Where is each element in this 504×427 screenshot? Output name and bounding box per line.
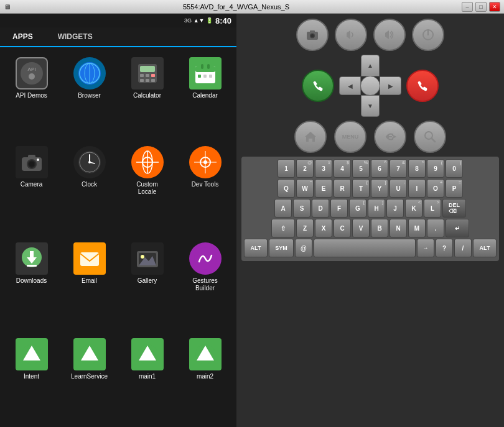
app-item-downloads[interactable]: Downloads [2, 237, 60, 334]
svg-line-72 [432, 139, 436, 142]
key-t[interactable]: T{ [352, 179, 370, 198]
key-8[interactable]: 8* [408, 159, 426, 178]
dpad-right-button[interactable]: ▶ [380, 76, 401, 95]
key-c[interactable]: C [334, 219, 351, 237]
call-button[interactable] [302, 70, 334, 102]
key-at[interactable]: @ [295, 239, 312, 257]
main-content: 3G ▲▼ 🔋 8:40 APPS WIDGETS API API Demos [0, 14, 504, 427]
key-a[interactable]: A [274, 199, 292, 218]
key-y[interactable]: Y} [371, 179, 388, 198]
search-button[interactable] [414, 121, 446, 153]
key-w[interactable]: W" [296, 179, 314, 198]
app-icon-browser [73, 57, 106, 90]
key-e[interactable]: E [315, 179, 332, 198]
app-item-custom-locale[interactable]: CustomLocale [118, 141, 176, 237]
key-l[interactable]: L> [424, 199, 441, 218]
key-enter[interactable]: ↵ [446, 219, 469, 237]
app-icon-main1 [131, 338, 164, 370]
svg-point-27 [37, 158, 39, 161]
app-item-dev-tools[interactable]: Dev Tools [176, 141, 234, 237]
key-7[interactable]: 7& [390, 159, 407, 178]
app-item-calculator[interactable]: Calculator [118, 52, 176, 141]
key-h[interactable]: H] [368, 199, 385, 218]
key-m[interactable]: M [408, 219, 426, 237]
app-item-api-demos[interactable]: API API Demos [2, 52, 60, 141]
svg-rect-21 [209, 75, 212, 78]
app-item-camera[interactable]: Camera [2, 141, 60, 237]
app-item-intent[interactable]: Intent [2, 333, 60, 422]
close-button[interactable]: ✕ [489, 2, 500, 12]
key-space[interactable] [314, 239, 416, 257]
key-o[interactable]: O+ [427, 179, 444, 198]
key-alt-left[interactable]: ALT [244, 239, 268, 257]
app-label: Calculator [133, 92, 161, 99]
key-delete[interactable]: DEL⌫ [442, 199, 466, 218]
home-button[interactable] [294, 121, 327, 153]
key-z[interactable]: Z [296, 219, 314, 237]
key-3[interactable]: 3# [315, 159, 332, 178]
key-u[interactable]: U- [390, 179, 407, 198]
app-item-main2[interactable]: main2 [176, 333, 234, 422]
key-0[interactable]: 0) [446, 159, 463, 178]
maximize-button[interactable]: □ [475, 2, 487, 12]
key-4[interactable]: 4$ [334, 159, 351, 178]
key-k[interactable]: K< [405, 199, 422, 218]
app-item-calendar[interactable]: Calendar [176, 52, 234, 141]
key-alt-right[interactable]: ALT [473, 239, 497, 257]
dpad-left-button[interactable]: ◀ [339, 76, 361, 95]
power-button[interactable] [412, 19, 444, 51]
app-label: main2 [197, 373, 213, 380]
key-2[interactable]: 2@ [296, 159, 314, 178]
app-item-browser[interactable]: Browser [60, 52, 118, 141]
key-fwdslash[interactable]: / [454, 239, 472, 257]
key-1[interactable]: 1 [278, 159, 295, 178]
key-x[interactable]: X [315, 219, 332, 237]
menu-button[interactable]: MENU [334, 121, 366, 153]
volume-up-button[interactable] [373, 19, 406, 51]
dpad-down-button[interactable]: ▼ [361, 95, 380, 117]
app-item-main1[interactable]: main1 [118, 333, 176, 422]
key-s[interactable]: S [293, 199, 310, 218]
app-item-clock[interactable]: Clock [60, 141, 118, 237]
tab-widgets[interactable]: WIDGETS [45, 27, 105, 46]
key-6[interactable]: 6^ [371, 159, 388, 178]
dpad-center-button[interactable] [360, 76, 380, 96]
app-item-gestures-builder[interactable]: GesturesBuilder [176, 237, 234, 334]
key-9[interactable]: 9( [427, 159, 444, 178]
tab-apps[interactable]: APPS [0, 27, 45, 47]
app-item-email[interactable]: Email [60, 237, 118, 334]
phone-screen: 3G ▲▼ 🔋 8:40 APPS WIDGETS API API Demos [0, 14, 236, 427]
key-j[interactable]: J [386, 199, 404, 218]
svg-rect-64 [310, 30, 315, 33]
svg-rect-18 [207, 64, 210, 69]
svg-rect-46 [27, 265, 37, 267]
key-arrow-right[interactable]: → [417, 239, 434, 257]
emulator-left: 3G ▲▼ 🔋 8:40 APPS WIDGETS API API Demos [0, 14, 236, 427]
key-dot[interactable]: . [427, 219, 444, 237]
dpad-up-button[interactable]: ▲ [361, 55, 380, 76]
key-p[interactable]: P= [446, 179, 463, 198]
key-q[interactable]: Q [278, 179, 295, 198]
camera-button[interactable] [296, 19, 329, 51]
svg-rect-17 [201, 64, 203, 69]
key-f[interactable]: F [330, 199, 348, 218]
key-b[interactable]: B [371, 219, 388, 237]
app-item-gallery[interactable]: Gallery [118, 237, 176, 334]
key-g[interactable]: G[ [349, 199, 366, 218]
key-n[interactable]: N [390, 219, 407, 237]
minimize-button[interactable]: – [462, 2, 473, 12]
app-item-learnservice[interactable]: LearnService [60, 333, 118, 422]
volume-down-button[interactable] [335, 19, 367, 51]
back-button[interactable] [374, 121, 406, 153]
key-r[interactable]: R [334, 179, 351, 198]
key-shift[interactable]: ⇧ [271, 219, 295, 237]
app-label: API Demos [16, 92, 47, 99]
svg-marker-65 [347, 30, 350, 39]
key-d[interactable]: D [312, 199, 329, 218]
key-5[interactable]: 5% [352, 159, 370, 178]
key-sym[interactable]: SYM [269, 239, 294, 257]
key-i[interactable]: I [408, 179, 426, 198]
key-v[interactable]: V [352, 219, 370, 237]
end-call-button[interactable] [406, 70, 439, 102]
key-slash[interactable]: ? [436, 239, 453, 257]
